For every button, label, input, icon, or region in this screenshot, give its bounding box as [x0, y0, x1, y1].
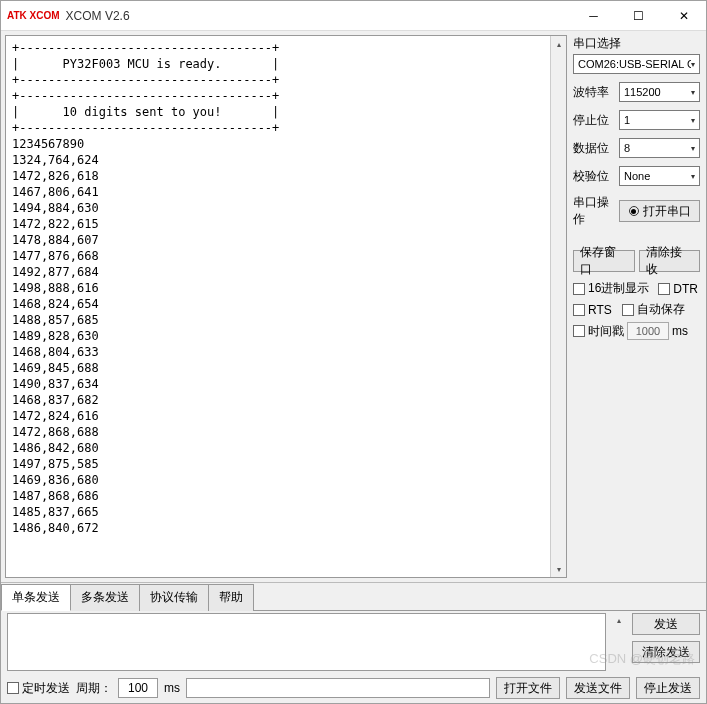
- atk-logo: ATK XCOM: [7, 12, 60, 20]
- app-window: ATK XCOM XCOM V2.6 ─ ☐ ✕ +--------------…: [0, 0, 707, 704]
- databit-value: 8: [624, 142, 691, 154]
- dtr-label: DTR: [673, 282, 698, 296]
- period-input[interactable]: [118, 678, 158, 698]
- maximize-button[interactable]: ☐: [616, 1, 661, 30]
- tab-multi-send[interactable]: 多条发送: [70, 584, 140, 611]
- timed-send-checkbox[interactable]: 定时发送: [7, 680, 70, 697]
- serial-port-value: COM26:USB-SERIAL CH34: [578, 58, 691, 70]
- right-panel: 串口选择 COM26:USB-SERIAL CH34 ▾ 波特率 115200 …: [571, 31, 706, 582]
- databit-row: 数据位 8 ▾: [573, 138, 700, 158]
- tab-single-send[interactable]: 单条发送: [1, 584, 71, 611]
- databit-label: 数据位: [573, 140, 613, 157]
- serial-port-select[interactable]: COM26:USB-SERIAL CH34 ▾: [573, 54, 700, 74]
- checkbox-icon: [573, 304, 585, 316]
- operation-row: 串口操作 打开串口: [573, 194, 700, 228]
- databit-select[interactable]: 8 ▾: [619, 138, 700, 158]
- chevron-down-icon: ▾: [691, 116, 695, 125]
- period-label: 周期：: [76, 680, 112, 697]
- send-buttons: 发送 清除发送: [632, 613, 700, 671]
- baud-value: 115200: [624, 86, 691, 98]
- serial-output[interactable]: +-----------------------------------+ | …: [6, 36, 550, 577]
- operation-label: 串口操作: [573, 194, 613, 228]
- save-clear-row: 保存窗口 清除接收: [573, 250, 700, 272]
- baud-row: 波特率 115200 ▾: [573, 82, 700, 102]
- serial-section-label: 串口选择: [573, 35, 700, 52]
- open-file-button[interactable]: 打开文件: [496, 677, 560, 699]
- timestamp-row: 时间戳 ms: [573, 322, 700, 340]
- checkbox-icon: [573, 283, 585, 295]
- checkbox-icon: [658, 283, 670, 295]
- parity-row: 校验位 None ▾: [573, 166, 700, 186]
- hex-display-label: 16进制显示: [588, 280, 649, 297]
- chevron-down-icon: ▾: [691, 88, 695, 97]
- chevron-down-icon: ▾: [691, 60, 695, 69]
- parity-value: None: [624, 170, 691, 182]
- timestamp-checkbox[interactable]: [573, 325, 585, 337]
- scroll-down-icon[interactable]: ▾: [551, 561, 566, 577]
- period-unit: ms: [164, 681, 180, 695]
- baud-select[interactable]: 115200 ▾: [619, 82, 700, 102]
- stopbit-select[interactable]: 1 ▾: [619, 110, 700, 130]
- chevron-down-icon: ▾: [691, 172, 695, 181]
- stopbit-value: 1: [624, 114, 691, 126]
- send-button[interactable]: 发送: [632, 613, 700, 635]
- rts-label: RTS: [588, 303, 612, 317]
- clear-receive-button[interactable]: 清除接收: [639, 250, 701, 272]
- serial-section: 串口选择 COM26:USB-SERIAL CH34 ▾: [573, 35, 700, 74]
- bottom-bar: 定时发送 周期： ms 打开文件 发送文件 停止发送: [1, 673, 706, 703]
- titlebar: ATK XCOM XCOM V2.6 ─ ☐ ✕: [1, 1, 706, 31]
- clear-send-button[interactable]: 清除发送: [632, 641, 700, 663]
- tab-help[interactable]: 帮助: [208, 584, 254, 611]
- checkbox-icon: [7, 682, 19, 694]
- autosave-checkbox[interactable]: 自动保存: [622, 301, 700, 318]
- window-title: XCOM V2.6: [66, 9, 571, 23]
- radio-icon: [629, 206, 639, 216]
- hex-display-checkbox[interactable]: 16进制显示: [573, 280, 656, 297]
- autosave-label: 自动保存: [637, 301, 685, 318]
- stop-send-button[interactable]: 停止发送: [636, 677, 700, 699]
- minimize-button[interactable]: ─: [571, 1, 616, 30]
- output-scrollbar[interactable]: ▴ ▾: [550, 36, 566, 577]
- tab-protocol[interactable]: 协议传输: [139, 584, 209, 611]
- spinner-up-icon[interactable]: ▴: [612, 613, 626, 627]
- main-area: +-----------------------------------+ | …: [1, 31, 706, 582]
- send-file-button[interactable]: 发送文件: [566, 677, 630, 699]
- baud-label: 波特率: [573, 84, 613, 101]
- rts-checkbox[interactable]: RTS: [573, 301, 620, 318]
- parity-label: 校验位: [573, 168, 613, 185]
- open-serial-button[interactable]: 打开串口: [619, 200, 700, 222]
- stopbit-row: 停止位 1 ▾: [573, 110, 700, 130]
- timed-send-label: 定时发送: [22, 680, 70, 697]
- scroll-up-icon[interactable]: ▴: [551, 36, 566, 52]
- send-row: ▴ 发送 清除发送: [1, 611, 706, 673]
- output-container: +-----------------------------------+ | …: [5, 35, 567, 578]
- close-button[interactable]: ✕: [661, 1, 706, 30]
- send-tabs: 单条发送 多条发送 协议传输 帮助: [1, 583, 706, 611]
- file-path-input[interactable]: [186, 678, 490, 698]
- options-group: 16进制显示 DTR RTS 自动保存: [573, 280, 700, 340]
- left-panel: +-----------------------------------+ | …: [1, 31, 571, 582]
- send-textarea[interactable]: [7, 613, 606, 671]
- chevron-down-icon: ▾: [691, 144, 695, 153]
- open-serial-label: 打开串口: [643, 203, 691, 220]
- timestamp-label: 时间戳: [588, 323, 624, 340]
- checkbox-icon: [622, 304, 634, 316]
- window-controls: ─ ☐ ✕: [571, 1, 706, 30]
- dtr-checkbox[interactable]: DTR: [658, 280, 700, 297]
- stopbit-label: 停止位: [573, 112, 613, 129]
- save-window-button[interactable]: 保存窗口: [573, 250, 635, 272]
- parity-select[interactable]: None ▾: [619, 166, 700, 186]
- timestamp-input[interactable]: [627, 322, 669, 340]
- bottom-area: 单条发送 多条发送 协议传输 帮助 ▴ 发送 清除发送 定时发送 周期： ms …: [1, 582, 706, 703]
- timestamp-unit: ms: [672, 324, 688, 338]
